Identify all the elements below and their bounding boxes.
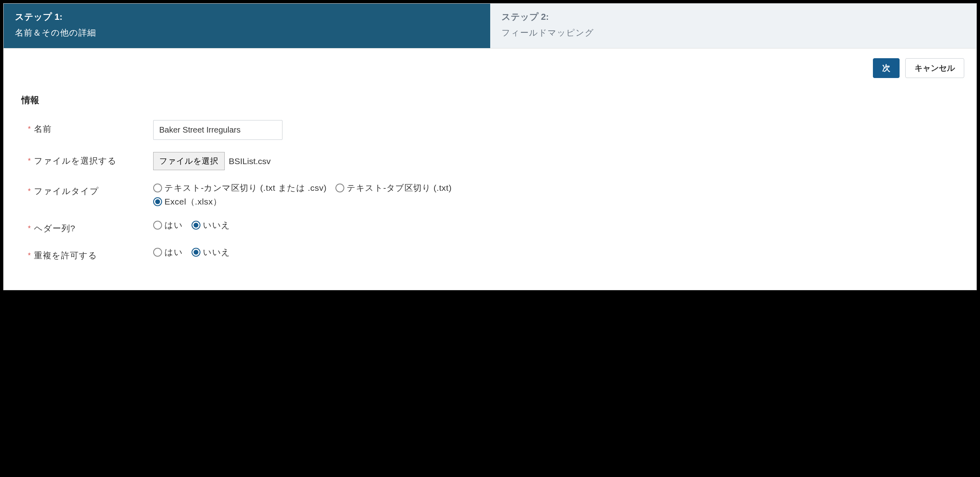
required-icon: *	[28, 123, 31, 135]
radio-dot-icon	[155, 199, 160, 204]
radio-filetype-csv[interactable]: テキスト-カンマ区切り (.txt または .csv)	[153, 182, 327, 194]
radio-label-dup-yes: はい	[164, 247, 183, 258]
row-file: * ファイルを選択する ファイルを選択 BSIList.csv	[28, 152, 964, 170]
radio-duplicates-no[interactable]: いいえ	[192, 247, 230, 258]
step-2-title: ステップ 2:	[502, 11, 965, 23]
radio-icon	[192, 248, 200, 257]
file-select-button[interactable]: ファイルを選択	[153, 152, 225, 170]
label-col-file: * ファイルを選択する	[28, 152, 153, 167]
label-col-name: * 名前	[28, 120, 153, 135]
radio-icon	[153, 248, 162, 257]
label-duplicates: 重複を許可する	[34, 250, 97, 261]
control-col-duplicates: はい いいえ	[153, 247, 964, 258]
radio-filetype-tab[interactable]: テキスト-タブ区切り (.txt)	[335, 182, 451, 194]
radio-icon	[335, 184, 344, 192]
radio-header-no[interactable]: いいえ	[192, 220, 230, 231]
control-col-header: はい いいえ	[153, 220, 964, 231]
radio-label-xlsx: Excel（.xlsx）	[164, 196, 221, 207]
row-filetype: * ファイルタイプ テキスト-カンマ区切り (.txt または .csv) テキ…	[28, 182, 964, 207]
radio-label-header-yes: はい	[164, 220, 183, 231]
radio-label-dup-no: いいえ	[203, 247, 230, 258]
radio-icon	[153, 197, 162, 206]
form: * 名前 * ファイルを選択する ファイルを選択 BSIList.csv	[16, 120, 964, 262]
content-area: 次 キャンセル 情報 * 名前 * ファイルを選択する	[4, 49, 976, 290]
radio-label-header-no: いいえ	[203, 220, 230, 231]
name-input[interactable]	[153, 120, 282, 140]
file-row: ファイルを選択 BSIList.csv	[153, 152, 964, 170]
label-header: ヘダー列?	[34, 223, 76, 234]
step-tabs: ステップ 1: 名前＆その他の詳細 ステップ 2: フィールドマッピング	[4, 4, 976, 49]
radio-dot-icon	[194, 250, 198, 255]
control-col-filetype: テキスト-カンマ区切り (.txt または .csv) テキスト-タブ区切り (…	[153, 182, 964, 207]
control-col-file: ファイルを選択 BSIList.csv	[153, 152, 964, 170]
label-col-filetype: * ファイルタイプ	[28, 182, 153, 197]
radio-icon	[153, 184, 162, 192]
label-col-header: * ヘダー列?	[28, 220, 153, 234]
required-icon: *	[28, 250, 31, 262]
file-name-text: BSIList.csv	[229, 156, 271, 166]
label-name: 名前	[34, 123, 52, 135]
required-icon: *	[28, 155, 31, 167]
radio-dot-icon	[194, 223, 198, 228]
radio-duplicates-yes[interactable]: はい	[153, 247, 183, 258]
step-1-title: ステップ 1:	[15, 11, 479, 23]
required-icon: *	[28, 223, 31, 234]
action-bar: 次 キャンセル	[16, 58, 964, 78]
step-2-tab[interactable]: ステップ 2: フィールドマッピング	[490, 4, 977, 48]
label-file: ファイルを選択する	[34, 155, 117, 167]
step-1-subtitle: 名前＆その他の詳細	[15, 27, 479, 38]
next-button[interactable]: 次	[873, 58, 900, 78]
section-info-title: 情報	[16, 94, 964, 106]
radio-header-yes[interactable]: はい	[153, 220, 183, 231]
label-col-duplicates: * 重複を許可する	[28, 247, 153, 262]
control-col-name	[153, 120, 964, 140]
required-icon: *	[28, 186, 31, 197]
radio-icon	[153, 221, 162, 230]
row-duplicates: * 重複を許可する はい いいえ	[28, 247, 964, 262]
step-1-tab[interactable]: ステップ 1: 名前＆その他の詳細	[4, 4, 490, 48]
radio-label-tab: テキスト-タブ区切り (.txt)	[347, 182, 451, 194]
cancel-button[interactable]: キャンセル	[905, 58, 964, 78]
wizard-window: ステップ 1: 名前＆その他の詳細 ステップ 2: フィールドマッピング 次 キ…	[3, 3, 977, 290]
row-header: * ヘダー列? はい いいえ	[28, 220, 964, 234]
row-name: * 名前	[28, 120, 964, 140]
radio-label-csv: テキスト-カンマ区切り (.txt または .csv)	[164, 182, 327, 194]
label-filetype: ファイルタイプ	[34, 186, 99, 197]
radio-icon	[192, 221, 200, 230]
radio-filetype-xlsx[interactable]: Excel（.xlsx）	[153, 196, 221, 207]
step-2-subtitle: フィールドマッピング	[502, 27, 965, 38]
